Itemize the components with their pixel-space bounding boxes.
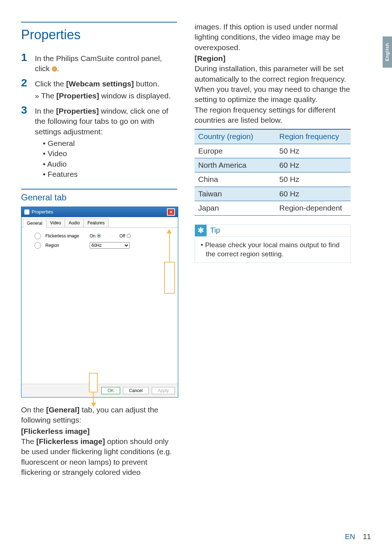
callout-box-1 [164,262,175,294]
flickerless-body: The [Flickerless image] option should on… [21,436,177,477]
tab-features[interactable]: Features [83,219,109,227]
ok-button[interactable]: OK [101,387,120,394]
table-row: China50 Hz [195,172,351,187]
radio-on-icon [97,234,101,238]
region-p2: The region frequency settings for differ… [195,105,351,126]
dialog-titlebar: Properties × [21,207,178,217]
close-icon[interactable]: × [167,208,175,216]
page-content: Properties In the Philips CamSuite contr… [0,0,392,477]
flicker-off[interactable]: Off [119,233,145,239]
properties-dialog: Properties × General Video Audio Feature… [21,207,178,398]
region-frequency-table: Country (region) Region frequency Europe… [195,129,351,215]
table-row: Taiwan60 Hz [195,187,351,201]
general-tab-rule [21,189,177,190]
right-column: images. If this option is used under nor… [195,22,351,477]
step-3-bullets: General Video Audio Features [43,138,177,179]
title-rule [21,22,177,23]
page-title: Properties [21,26,177,44]
dialog-footer: OK Cancel Apply [21,384,178,397]
table-row: JapanRegion-dependent [195,201,351,215]
step-2: Click the [Webcam settings] button. The … [21,77,177,101]
callout-line-1 [169,232,170,262]
tip-body: Please check your local mains output to … [201,240,344,259]
th-country: Country (region) [195,129,276,144]
general-tab-heading: General tab [21,192,177,203]
apply-button[interactable]: Apply [152,387,175,394]
region-row: Region 60Hz [25,242,174,249]
cancel-button[interactable]: Cancel [123,387,149,394]
table-row: North America60 Hz [195,158,351,172]
flicker-icon [34,233,41,239]
th-frequency: Region frequency [276,129,351,144]
below-dialog-text: On the [General] tab, you can adjust the… [21,405,177,477]
step-3-pre: In the [35,107,56,115]
settings-icon [52,66,57,72]
flickerless-head: [Flickerless image] [21,426,177,436]
steps-list: In the Philips CamSuite control panel, c… [21,52,177,180]
region-select[interactable]: 60Hz [90,242,130,249]
radio-off-icon [127,234,131,238]
step-2-bold: [Webcam settings] [66,80,134,88]
tab-general[interactable]: General [23,219,46,228]
table-row: Europe50 Hz [195,144,351,158]
region-head: [Region] [195,53,351,64]
bullet-video: Video [43,148,177,159]
dialog-tabs: General Video Audio Features [21,217,178,228]
bullet-features: Features [43,169,177,179]
step-2-sub: The [Properties] window is displayed. [35,91,177,101]
region-icon [34,242,41,249]
tip-label: Tip [207,225,224,235]
bullet-general: General [43,138,177,148]
tab-video[interactable]: Video [46,219,65,227]
bullet-audio: Audio [43,159,177,169]
left-column: Properties In the Philips CamSuite contr… [21,22,177,477]
page-footer: EN 11 [345,532,371,542]
dialog-panel: Flickerless image On Off Region 60Hz [21,228,178,384]
tab-audio[interactable]: Audio [65,219,84,227]
step-2-post: button. [134,80,159,88]
step-2-pre: Click the [35,80,66,88]
flicker-on[interactable]: On [90,233,115,239]
callout-arrow-2-icon [91,403,96,407]
freq-table-body: Europe50 Hz North America60 Hz China50 H… [195,144,351,215]
dialog-title: Properties [32,209,53,215]
tip-icon: ✱ [195,225,207,236]
region-label: Region [45,243,85,248]
step-1: In the Philips CamSuite control panel, c… [21,52,177,74]
tip-box: ✱ Tip Please check your local mains outp… [195,224,351,263]
region-p1: During installation, this parameter will… [195,64,351,105]
step-3-bold: [Properties] [56,107,99,115]
right-continuation: images. If this option is used under nor… [195,22,351,53]
language-tab: English [383,36,392,68]
step-1-period: . [57,64,59,73]
flickerless-row: Flickerless image On Off [25,233,174,239]
footer-lang: EN [345,533,355,541]
step-3: In the [Properties] window, click one of… [21,105,177,179]
app-icon [24,209,29,215]
callout-box-2 [89,373,98,392]
flicker-label: Flickerless image [45,233,85,239]
footer-page-number: 11 [363,533,371,541]
